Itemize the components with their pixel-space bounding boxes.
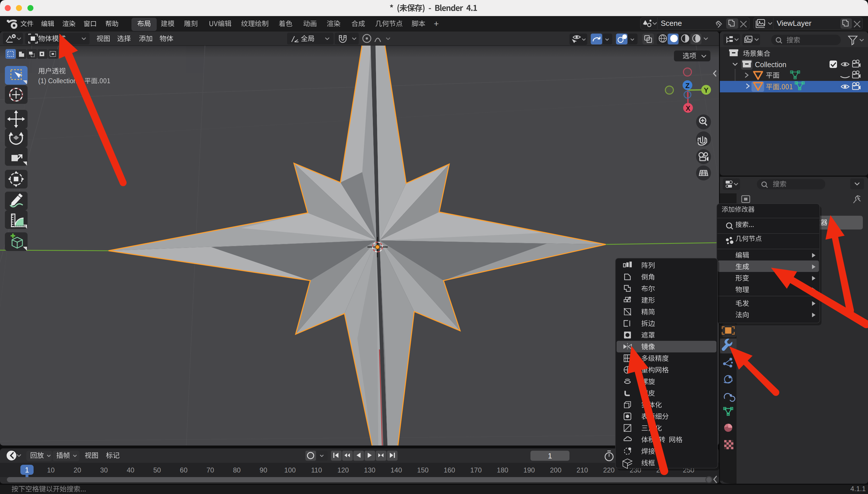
- svg-text:Scene: Scene: [661, 19, 682, 27]
- svg-text:Y: Y: [704, 87, 708, 94]
- svg-text:200: 200: [550, 466, 561, 474]
- svg-text:(1) Collection |: (1) Collection |: [38, 77, 81, 84]
- svg-text:130: 130: [364, 466, 375, 474]
- svg-text:210: 210: [577, 466, 588, 474]
- svg-text:ViewLayer: ViewLayer: [777, 19, 811, 27]
- svg-text:4.1.1: 4.1.1: [850, 485, 866, 493]
- svg-text:50: 50: [153, 466, 161, 474]
- svg-text:170: 170: [470, 466, 482, 474]
- svg-text:70: 70: [206, 466, 214, 474]
- svg-text:180: 180: [497, 466, 509, 474]
- svg-text:140: 140: [391, 466, 402, 474]
- svg-text:80: 80: [233, 466, 241, 474]
- svg-text:120: 120: [337, 466, 349, 474]
- svg-text:1: 1: [548, 452, 552, 460]
- svg-text:20: 20: [73, 466, 81, 474]
- svg-text:10: 10: [47, 466, 55, 474]
- svg-text:160: 160: [444, 466, 455, 474]
- svg-text:150: 150: [417, 466, 428, 474]
- svg-text:190: 190: [523, 466, 535, 474]
- svg-text:Collection: Collection: [755, 60, 787, 69]
- svg-text:30: 30: [100, 466, 108, 474]
- svg-text:100: 100: [284, 466, 296, 474]
- svg-text:90: 90: [259, 466, 267, 474]
- svg-text:60: 60: [180, 466, 188, 474]
- svg-text:1: 1: [25, 466, 29, 474]
- svg-text:40: 40: [127, 466, 134, 474]
- svg-text:220: 220: [603, 466, 614, 474]
- svg-text:X: X: [686, 104, 690, 112]
- svg-text:110: 110: [311, 466, 322, 474]
- svg-text:+: +: [434, 19, 439, 28]
- svg-text:Z: Z: [685, 82, 690, 90]
